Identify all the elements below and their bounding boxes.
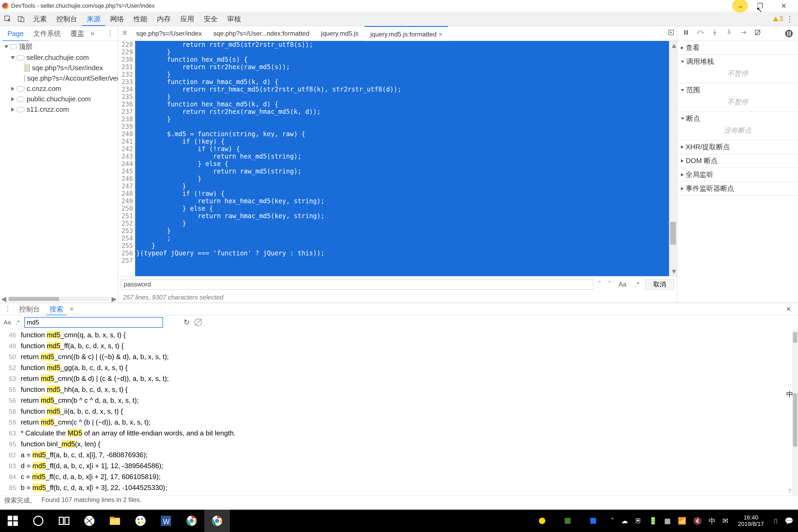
filetree-h-scrollbar[interactable]: ◀▶ [0,295,118,303]
file-explorer-icon[interactable] [102,510,128,532]
drawer-menu-icon[interactable]: ⋮ [3,305,13,313]
code-content[interactable]: return rstr_md5(str2rstr_utf8(s)); } fun… [135,41,669,276]
search-result-row[interactable]: 65function binl_md5(x, len) { [0,439,798,450]
close-tab-icon[interactable]: × [439,31,442,38]
cortana-button[interactable] [25,510,51,532]
tray-app-1[interactable] [529,510,555,532]
step-out-icon[interactable] [726,29,733,38]
tree-node[interactable]: s11.cnzz.com [0,104,118,115]
tray-chevron-up-icon[interactable]: ˄ [611,517,614,525]
device-toolbar-icon[interactable] [15,14,27,24]
navigator-menu-icon[interactable]: ⋮ [105,29,115,38]
section-watch[interactable]: 查看 [681,43,794,52]
app-pinwheel-icon[interactable] [77,510,102,532]
show-more-link[interactable]: Show 81 more [0,493,798,495]
deactivate-breakpoints-icon[interactable] [754,29,761,38]
editor-tab[interactable]: jquery.md5.js:formatted× [364,26,448,41]
subtab-文件系统[interactable]: 文件系统 [28,26,66,41]
wifi-icon[interactable]: 📶 [678,517,686,525]
search-result-row[interactable]: 49function md5_ff(a, b, c, d, x, s, t) { [0,341,798,352]
section-event[interactable]: 事件监听器断点 [681,184,794,193]
search-result-row[interactable]: 83d = md5_ff(d, a, b, c, x[i + 1], 12, -… [0,460,798,471]
step-icon[interactable] [740,29,747,38]
search-results[interactable]: 46function md5_cmn(q, a, b, x, s, t) {49… [0,329,798,495]
step-into-icon[interactable] [711,29,718,38]
editor-tab[interactable]: sqe.php?s=/User...ndex:formatted [208,26,315,41]
pause-on-exceptions-icon[interactable] [785,30,793,37]
editor-tab[interactable]: sqe.php?s=/User/index [130,26,208,41]
drawer-tab-close-icon[interactable]: × [70,305,74,313]
chrome-icon-2[interactable] [204,510,230,532]
search-result-row[interactable]: 50return md5_cmn((b & c) | ((~b) & d), a… [0,352,798,362]
search-result-row[interactable]: 85b = md5_ff(b, c, d, a, x[i + 3], 22, -… [0,482,798,493]
battery-icon[interactable]: 🔋 [649,517,657,525]
step-over-icon[interactable] [697,29,704,38]
main-tab-内存[interactable]: 内存 [152,12,175,26]
section-scope[interactable]: 范围 [681,86,794,95]
search-result-row[interactable]: 58function md5_ii(a, b, c, d, x, s, t) { [0,406,798,417]
search-result-row[interactable]: 84c = md5_ff(c, d, a, b, x[i + 2], 17, 6… [0,471,798,482]
file-tree[interactable]: 顶部 seller.chuchujie.comsqe.php?s=/User/i… [0,41,118,295]
main-tab-性能[interactable]: 性能 [129,12,152,26]
mail-icon[interactable]: ✉ [722,517,728,525]
notifications-icon[interactable]: 💬 [785,517,793,525]
task-view-button[interactable] [51,510,77,532]
tree-node[interactable]: public.chuchujie.com [0,94,118,104]
tree-node[interactable]: seller.chuchujie.com [0,52,118,63]
clear-icon[interactable] [194,319,202,326]
main-tab-控制台[interactable]: 控制台 [52,12,82,26]
tree-node[interactable]: c.cnzz.com [0,83,118,94]
refresh-icon[interactable]: ↻ [184,318,190,327]
word-icon[interactable]: W [153,510,179,532]
tray-app-2[interactable] [555,510,581,532]
subtab-Page[interactable]: Page [3,26,28,41]
search-regex-toggle[interactable]: .* [16,319,20,326]
graph-icon[interactable]: ⎍ [774,517,778,525]
paint-icon[interactable] [128,510,153,532]
window-close-button[interactable]: ✕ [772,0,796,12]
subtab-覆盖[interactable]: 覆盖 [66,26,89,41]
tree-node[interactable]: sqe.php?s=/AccountSeller/veri [0,73,118,83]
search-result-row[interactable]: 56return md5_cmn(b ^ c ^ d, a, b, x, s, … [0,395,798,406]
main-tab-应用[interactable]: 应用 [175,12,199,26]
ime-indicator[interactable]: 中 [786,390,793,399]
security-icon[interactable]: ⛨ [635,517,642,525]
drawer-tab-console[interactable]: 控制台 [16,303,43,315]
cloud-sync-icon[interactable]: ☁ [621,517,628,525]
pause-icon[interactable] [683,29,689,38]
section-breakpoints[interactable]: 断点 [681,114,794,123]
find-next-icon[interactable]: ˅ [606,280,613,288]
section-dom[interactable]: DOM 断点 [681,156,794,166]
section-global[interactable]: 全局监听 [681,170,794,179]
match-case-toggle[interactable]: Aa [616,281,629,288]
search-result-row[interactable]: 59return md5_cmn(c ^ (b | (~d)), a, b, x… [0,417,798,428]
search-case-toggle[interactable]: Aa [4,319,11,326]
main-tab-来源[interactable]: 来源 [82,12,105,26]
run-snippet-icon[interactable] [668,29,674,38]
taskbar-clock[interactable]: 16:40 2019/8/17 [735,514,766,527]
search-result-row[interactable]: 82a = md5_ff(a, b, c, d, x[i], 7, -68087… [0,450,798,460]
section-xhr[interactable]: XHR/提取断点 [681,142,794,152]
navigate-history-icon[interactable] [119,29,130,38]
tree-node-top[interactable]: 顶部 [0,41,118,52]
main-tab-审核[interactable]: 审核 [222,12,246,26]
find-prev-icon[interactable]: ˄ [596,280,603,288]
main-tab-元素[interactable]: 元素 [28,12,52,26]
search-result-row[interactable]: 63* Calculate the MD5 of an array of lit… [0,428,798,439]
section-callstack[interactable]: 调用堆栈 [681,57,794,66]
app-icon[interactable]: ▦ [664,517,671,525]
editor-v-scrollbar[interactable]: ▲ ▼ [669,41,677,276]
tray-app-3[interactable] [581,510,606,532]
main-tab-安全[interactable]: 安全 [199,12,222,26]
results-v-scrollbar[interactable] [792,329,798,495]
editor-tab[interactable]: jquery.md5.js [315,26,364,41]
find-input[interactable] [121,279,593,290]
drawer-close-icon[interactable]: × [782,304,795,314]
window-minimize-button[interactable] [732,0,748,13]
search-result-row[interactable]: 55function md5_hh(a, b, c, d, x, s, t) { [0,384,798,395]
volume-icon[interactable]: 🔇 [693,517,702,525]
inspect-element-icon[interactable] [2,14,14,24]
chrome-icon-1[interactable] [179,510,204,532]
warnings-badge[interactable]: 3 [773,15,783,23]
ime-tray-icon[interactable]: 中 [709,516,716,526]
